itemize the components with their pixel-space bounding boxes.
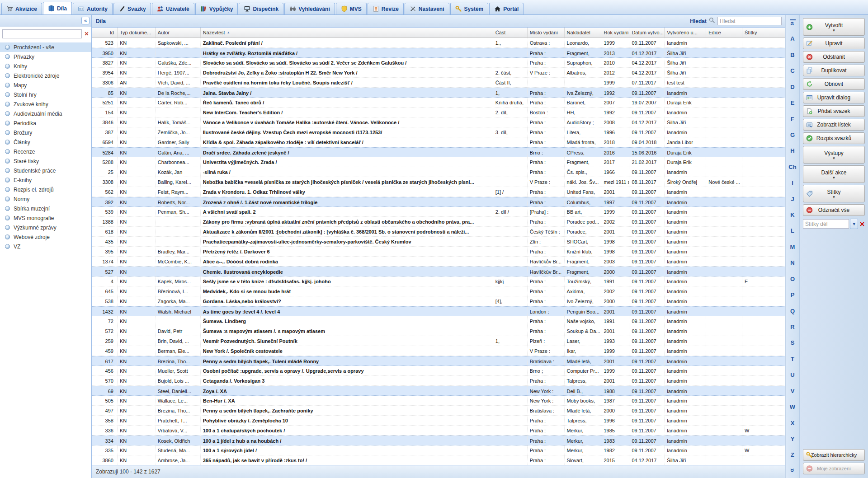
column-header[interactable]: Id bbox=[92, 28, 118, 37]
sidebar-filter-input[interactable] bbox=[2, 29, 82, 38]
table-row[interactable]: 392KNRoberts, Nor...Zrozená z ohně /. 1.… bbox=[92, 197, 785, 207]
table-row[interactable]: 154KNNew InterCom. Teacher's Edition /2.… bbox=[92, 108, 785, 117]
alphabet-letter-r[interactable]: R bbox=[790, 324, 794, 330]
alphabet-letter-b[interactable]: B bbox=[790, 52, 794, 58]
tab-nastaveni[interactable]: Nastavení bbox=[405, 3, 449, 14]
column-header[interactable]: Místo vydání bbox=[528, 28, 565, 37]
stitky-button[interactable]: Štítky▾ bbox=[803, 185, 865, 202]
alphabet-letter-y[interactable]: Y bbox=[791, 436, 795, 442]
column-header[interactable]: Rok vydání bbox=[601, 28, 629, 37]
upravit-button[interactable]: Upravit bbox=[803, 37, 865, 49]
alphabet-letter-f[interactable]: F bbox=[791, 116, 794, 122]
sidebar-item[interactable]: Mapy bbox=[0, 80, 91, 90]
table-row[interactable]: 617KNBrezina, Tho...Penny a sedm bílých … bbox=[92, 356, 785, 366]
alphabet-letter-d[interactable]: D bbox=[790, 84, 794, 90]
sidebar-item[interactable]: Rozpis el. zdrojů bbox=[0, 185, 91, 194]
table-row[interactable]: 538KNZagorka, Ma...Gordana. Láska,nebo k… bbox=[92, 296, 785, 306]
sidebar-item[interactable]: Staré tisky bbox=[0, 156, 91, 166]
table-row[interactable]: 3306ANVích, David, ...Pravěké osídlení n… bbox=[92, 78, 785, 88]
upravit-dialog-button[interactable]: Upravit dialog bbox=[803, 92, 865, 103]
odznacit-vse-button[interactable]: Odznačit vše bbox=[803, 204, 865, 216]
table-row[interactable]: 497KNBrezina, Tho...Penny a sedm bílých … bbox=[92, 406, 785, 416]
table-row[interactable]: 3827KNGaluška, Zde...Slovácko sa súdí. S… bbox=[92, 58, 785, 68]
sidebar-item[interactable]: Elektronické zdroje bbox=[0, 71, 91, 80]
alphabet-letter-g[interactable]: G bbox=[790, 132, 795, 138]
odstranit-button[interactable]: Odstranit bbox=[803, 51, 865, 63]
table-row[interactable]: 3860KNAmbrose, Ja...365 nápadů, jak se b… bbox=[92, 455, 785, 465]
table-row[interactable]: 6594KNGardner, SallyKřídla & spol. Záhad… bbox=[92, 137, 785, 147]
sidebar-item[interactable]: MVS monografie bbox=[0, 213, 91, 223]
alphabet-letter-x[interactable]: X bbox=[791, 420, 795, 426]
alphabet-letter-p[interactable]: P bbox=[791, 292, 795, 298]
table-row[interactable]: 5288KNCharbonnea...Univerzita výjimečnýc… bbox=[92, 157, 785, 167]
table-row[interactable]: 3950KNHrátky se zvířátky. Roztomilá mláď… bbox=[92, 48, 785, 58]
search-input[interactable] bbox=[717, 17, 782, 25]
table-row[interactable]: 505KNWallace, Le...Ben-Hur /. XANew York… bbox=[92, 396, 785, 406]
table-row[interactable]: 334KNKosek, Oldřich100 a 1 jídel z hub a… bbox=[92, 436, 785, 445]
sidebar-item[interactable]: Stolní hry bbox=[0, 90, 91, 99]
table-row[interactable]: 618KNAktualizace k zákonům II/2001 :[obc… bbox=[92, 227, 785, 237]
scroll-to-top-button[interactable]: « bbox=[790, 19, 796, 26]
tab-mvs[interactable]: MVS bbox=[336, 3, 367, 14]
alphabet-letter-i[interactable]: I bbox=[792, 180, 793, 186]
alphabet-letter-j[interactable]: J bbox=[791, 196, 794, 202]
sidebar-item[interactable]: Periodika bbox=[0, 118, 91, 128]
table-row[interactable]: 1374KNMcCombie, K...Alice a--,. Dóóóst d… bbox=[92, 257, 785, 267]
table-row[interactable]: 69KNSteel, Daniell...Zoya /. XANew York … bbox=[92, 386, 785, 396]
pridat-svazek-button[interactable]: Přidat svazek bbox=[803, 105, 865, 117]
tab-vypujcky[interactable]: Výpůjčky bbox=[195, 3, 238, 14]
table-row[interactable]: 456KNMueller, ScottOsobní počítač :upgra… bbox=[92, 366, 785, 376]
tab-portal[interactable]: Portál bbox=[489, 3, 524, 14]
sidebar-collapse-button[interactable]: « bbox=[81, 17, 90, 24]
alphabet-letter-z[interactable]: Z bbox=[791, 452, 794, 458]
table-row[interactable]: 459KNBerman, Ele...New York /. Společník… bbox=[92, 346, 785, 356]
tab-dispecink[interactable]: Dispečink bbox=[239, 3, 283, 14]
column-header[interactable]: Štítky bbox=[742, 28, 785, 37]
table-row[interactable]: 562KNFeist, Raym...Zrada v Krondoru. 1. … bbox=[92, 187, 785, 197]
alphabet-letter-k[interactable]: K bbox=[790, 212, 794, 218]
table-row[interactable]: 527KNChemie. ilustrovaná encyklopedieHav… bbox=[92, 267, 785, 276]
dalsi-akce-button[interactable]: Další akce▾ bbox=[803, 165, 865, 183]
alphabet-letter-h[interactable]: H bbox=[790, 148, 794, 154]
table-row[interactable]: 1432KNWalsh, MichaelAs time goes by :lev… bbox=[92, 306, 785, 316]
alphabet-letter-ch[interactable]: Ch bbox=[788, 164, 796, 170]
sidebar-item[interactable]: Normy bbox=[0, 194, 91, 204]
table-row[interactable]: 335KNStudená, Ma...100 a 1 sýrových jíde… bbox=[92, 445, 785, 455]
clear-filter-icon[interactable]: ✕ bbox=[84, 31, 90, 37]
column-header[interactable]: Edice bbox=[706, 28, 742, 37]
sidebar-item[interactable]: E-knihy bbox=[0, 175, 91, 185]
alphabet-letter-o[interactable]: O bbox=[790, 276, 795, 282]
sidebar-item[interactable]: Přívazky bbox=[0, 52, 91, 61]
alphabet-letter-s[interactable]: S bbox=[791, 340, 795, 346]
alphabet-letter-m[interactable]: M bbox=[790, 244, 795, 250]
zobrazit-listek-button[interactable]: Zobrazit lístek bbox=[803, 119, 865, 131]
table-row[interactable]: 387KNŽemlička, Jo...Ilustrované české dě… bbox=[92, 127, 785, 137]
column-header[interactable]: Autor bbox=[156, 28, 201, 37]
sidebar-item[interactable]: Články bbox=[0, 137, 91, 147]
sidebar-item[interactable]: Procházení - vše bbox=[0, 42, 91, 52]
vystupy-button[interactable]: Výstupy▾ bbox=[803, 146, 865, 164]
table-row[interactable]: 4KNKapek, Miros...Sešly jsme se v této k… bbox=[92, 276, 785, 286]
tab-system[interactable]: Systém bbox=[450, 3, 489, 14]
tab-vyhledavani[interactable]: Vyhledávání bbox=[284, 3, 335, 14]
table-row[interactable]: 85KNDe la Roche,...Jalna. Stavba Jalny /… bbox=[92, 88, 785, 98]
sidebar-item[interactable]: Brožury bbox=[0, 128, 91, 137]
alphabet-letter-n[interactable]: N bbox=[790, 260, 794, 266]
column-header[interactable]: Vytvořeno u... bbox=[665, 28, 706, 37]
alphabet-letter-t[interactable]: T bbox=[791, 356, 794, 362]
table-row[interactable]: 358KNPratchett, T...Pohyblivé obrázky /.… bbox=[92, 416, 785, 426]
scroll-to-bottom-button[interactable]: » bbox=[791, 468, 795, 473]
table-row[interactable]: 1388KNZákony pro firmu :vybraná úplná ak… bbox=[92, 217, 785, 227]
alphabet-letter-e[interactable]: E bbox=[791, 100, 795, 106]
sidebar-item[interactable]: Audiovizuální média bbox=[0, 109, 91, 118]
alphabet-letter-q[interactable]: Q bbox=[790, 308, 795, 314]
sidebar-item[interactable]: Knihy bbox=[0, 61, 91, 71]
tab-revize[interactable]: Revize bbox=[368, 3, 404, 14]
alphabet-letter-u[interactable]: U bbox=[790, 372, 794, 378]
table-row[interactable]: 5284KNGalán, Ana, ...Dračí srdce. Záhada… bbox=[92, 147, 785, 157]
table-row[interactable]: 5251KNCarter, Rob...Řeč kamenů. Tanec ob… bbox=[92, 98, 785, 108]
sidebar-item[interactable]: Zvukové knihy bbox=[0, 99, 91, 109]
alphabet-letter-a[interactable]: A bbox=[790, 36, 794, 42]
table-row[interactable]: 3308KNBalling, Karel...Nebožka babička =… bbox=[92, 177, 785, 187]
table-row[interactable]: 72KNŠumava. LindbergPraha :Naše vojsko,1… bbox=[92, 316, 785, 326]
